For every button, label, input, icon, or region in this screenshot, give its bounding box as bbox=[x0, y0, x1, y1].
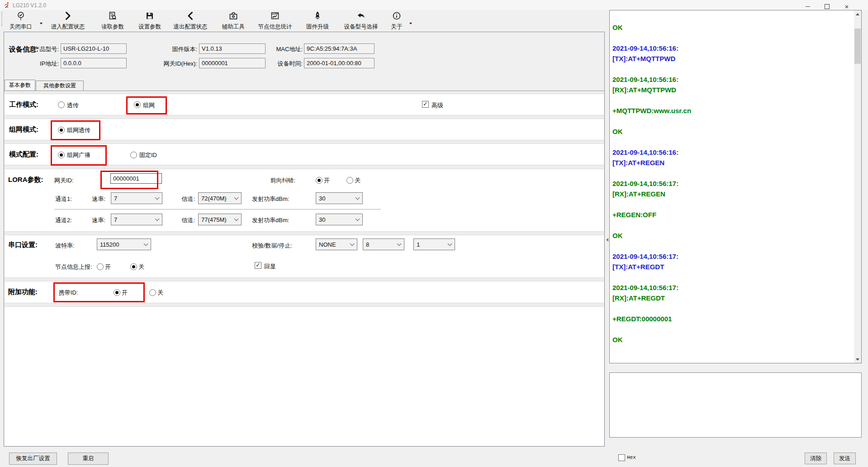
carry-id-radio-on[interactable] bbox=[114, 289, 120, 296]
log-line bbox=[612, 64, 848, 74]
toolbar-firmware-upgrade-button[interactable]: 固件升级 bbox=[300, 11, 335, 31]
channel2-label: 通道2: bbox=[55, 216, 72, 224]
toolbar-read-params-button[interactable]: 读取参数 bbox=[95, 11, 130, 31]
log-line bbox=[612, 33, 848, 43]
toolbar-node-stats-button[interactable]: 节点信息统计 bbox=[252, 11, 298, 31]
fec-radio-on[interactable] bbox=[316, 177, 323, 184]
hex-checkbox[interactable] bbox=[618, 454, 625, 461]
scroll-down-button[interactable] bbox=[854, 356, 861, 363]
channel1-rate-select[interactable]: 7 bbox=[111, 192, 162, 204]
node-report-radio-on[interactable] bbox=[97, 263, 104, 270]
baud-rate-label: 波特率: bbox=[55, 242, 75, 250]
toolbar-device-model-button[interactable]: 设备型号选择 bbox=[337, 11, 384, 31]
tab-basic-params[interactable]: 基本参数 bbox=[5, 80, 35, 91]
parity-select[interactable]: NONE bbox=[316, 238, 357, 250]
empty-content-area bbox=[5, 306, 604, 446]
restart-button[interactable]: 重启 bbox=[68, 453, 109, 465]
advanced-checkbox[interactable] bbox=[422, 101, 429, 108]
channel2-rate-select[interactable]: 7 bbox=[111, 214, 162, 225]
carry-id-radio-off[interactable] bbox=[149, 289, 156, 296]
chevron-down-icon bbox=[234, 217, 239, 221]
log-line: OK bbox=[612, 22, 848, 33]
toolbar-enter-config-button[interactable]: 进入配置状态 bbox=[45, 11, 90, 31]
work-mode-radio-network[interactable] bbox=[134, 101, 141, 108]
log-line bbox=[612, 116, 848, 126]
product-model-field[interactable]: USR-LG210-L-10 bbox=[61, 43, 127, 54]
toolbar-item-label: 节点信息统计 bbox=[258, 23, 292, 31]
app-logo-icon bbox=[4, 2, 10, 10]
channel2-channel-select[interactable]: 77(475M) bbox=[198, 214, 242, 225]
rocket-icon bbox=[313, 11, 323, 22]
scroll-up-button[interactable] bbox=[854, 10, 861, 18]
toolbar-grip bbox=[1, 12, 3, 26]
log-line bbox=[612, 168, 848, 178]
channel1-power-select[interactable]: 30 bbox=[316, 192, 363, 204]
power-label: 发射功率dBm: bbox=[252, 195, 289, 203]
combo-value: 115200 bbox=[100, 241, 119, 248]
firmware-version-field[interactable]: V1.0.13 bbox=[199, 43, 266, 54]
mode-config-section bbox=[5, 143, 604, 165]
chevron-down-icon[interactable] bbox=[409, 23, 412, 24]
product-model-label: 产品型号: bbox=[25, 45, 59, 53]
work-mode-label: 工作模式: bbox=[9, 100, 38, 109]
toolbar-close-serial-button[interactable]: 关闭串口 bbox=[4, 11, 38, 31]
log-line: [TX]:AT+MQTTPWD bbox=[612, 53, 848, 64]
lora-params-label: LORA参数: bbox=[8, 176, 43, 184]
log-line: OK bbox=[612, 126, 848, 137]
combo-value: NONE bbox=[319, 241, 336, 248]
combo-value: 77(475M) bbox=[201, 216, 227, 223]
send-button[interactable]: 发送 bbox=[834, 453, 856, 464]
clear-button[interactable]: 清除 bbox=[805, 453, 827, 464]
log-line bbox=[612, 324, 848, 334]
node-report-label: 节点信息上报: bbox=[55, 263, 92, 271]
network-mode-radio-transparent[interactable] bbox=[58, 127, 65, 133]
channel1-label: 通道1: bbox=[55, 195, 72, 203]
work-mode-option-label: 组网 bbox=[143, 101, 155, 110]
combo-value: 7 bbox=[114, 195, 117, 202]
title-bar bbox=[0, 0, 868, 10]
fec-off-label: 关 bbox=[355, 176, 360, 185]
toolbar-about-button[interactable]: 关于 bbox=[386, 11, 407, 31]
tab-other-params[interactable]: 其他参数设置 bbox=[36, 81, 84, 91]
ip-address-field[interactable]: 0.0.0.0 bbox=[61, 58, 127, 68]
chevron-down-icon[interactable] bbox=[40, 23, 43, 24]
log-scrollbar[interactable] bbox=[854, 10, 861, 363]
toolbar-aux-tools-button[interactable]: 辅助工具 bbox=[216, 11, 251, 31]
data-bits-select[interactable]: 8 bbox=[363, 238, 404, 250]
mac-address-field[interactable]: 9C:A5:25:94:7A:3A bbox=[304, 43, 375, 54]
toolbar-item-label: 辅助工具 bbox=[222, 23, 245, 31]
toolbar-set-params-button[interactable]: 设置参数 bbox=[132, 11, 167, 31]
send-input-area[interactable] bbox=[609, 372, 862, 438]
baud-rate-select[interactable]: 115200 bbox=[97, 238, 151, 250]
toolbar-exit-config-button[interactable]: 退出配置状态 bbox=[166, 11, 214, 31]
chevron-down-icon bbox=[234, 195, 239, 200]
log-line: [TX]:AT+REGEN bbox=[612, 157, 848, 168]
mode-config-radio-fixed-id[interactable] bbox=[130, 152, 137, 158]
additional-functions-label: 附加功能: bbox=[8, 288, 38, 296]
work-mode-option-label: 透传 bbox=[67, 101, 79, 110]
log-line bbox=[612, 12, 848, 22]
gateway-id-input[interactable]: 00000001 bbox=[110, 173, 162, 184]
device-time-field[interactable]: 2000-01-01,00:00:80 bbox=[304, 58, 375, 68]
channel-label: 信道: bbox=[179, 216, 195, 224]
work-mode-radio-transparent[interactable] bbox=[58, 101, 65, 108]
mode-config-radio-broadcast[interactable] bbox=[58, 152, 65, 158]
channel2-power-select[interactable]: 30 bbox=[316, 214, 363, 225]
work-mode-section bbox=[5, 94, 604, 115]
chevron-right-icon bbox=[63, 11, 73, 22]
factory-reset-button[interactable]: 恢复出厂设置 bbox=[9, 453, 57, 465]
fec-radio-off[interactable] bbox=[346, 177, 353, 184]
scrollbar-thumb[interactable] bbox=[854, 29, 861, 64]
device-time-label: 设备时间: bbox=[268, 60, 303, 68]
panel-collapse-handle[interactable] bbox=[605, 235, 609, 244]
node-report-radio-off[interactable] bbox=[130, 263, 137, 270]
toolbar-item-label: 设置参数 bbox=[138, 23, 161, 31]
log-line: 2021-09-14,10:56:17: bbox=[612, 251, 848, 262]
pin-check-icon bbox=[16, 11, 26, 22]
echo-checkbox[interactable] bbox=[255, 262, 261, 269]
log-line: +REGDT:00000001 bbox=[612, 314, 848, 324]
channel1-channel-select[interactable]: 72(470M) bbox=[198, 192, 242, 204]
gateway-id-hex-field[interactable]: 00000001 bbox=[199, 58, 266, 68]
log-output: OK 2021-09-14,10:56:16: [TX]:AT+MQTTPWD … bbox=[612, 12, 848, 360]
stop-bits-select[interactable]: 1 bbox=[413, 238, 455, 250]
